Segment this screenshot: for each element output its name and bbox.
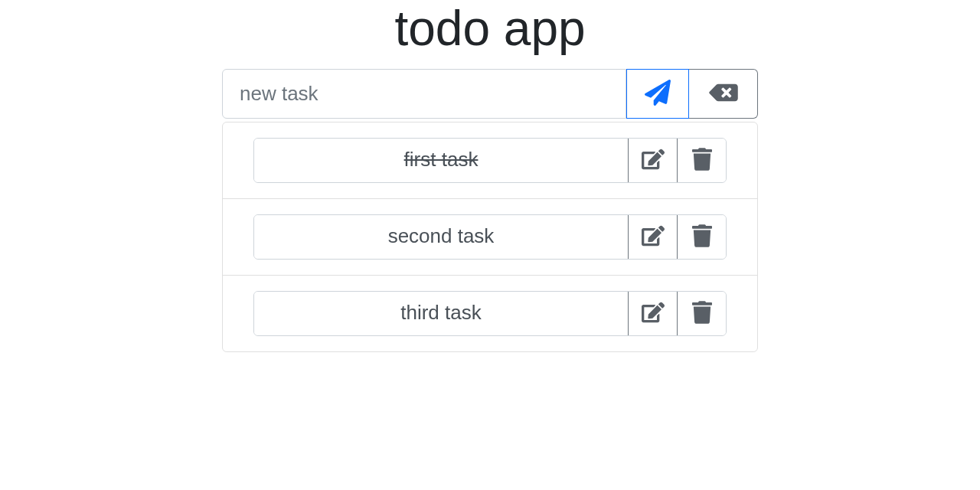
task-list-item: first task (223, 122, 757, 199)
edit-icon (642, 301, 665, 326)
delete-task-button[interactable] (677, 139, 726, 182)
submit-task-button[interactable] (626, 69, 689, 119)
backspace-icon (707, 81, 740, 106)
task-text[interactable]: second task (254, 215, 628, 259)
trash-icon (692, 148, 712, 173)
clear-input-button[interactable] (689, 69, 758, 119)
edit-task-button[interactable] (628, 292, 677, 335)
task-text[interactable]: third task (254, 292, 628, 335)
trash-icon (692, 301, 712, 326)
new-task-row (222, 69, 758, 119)
task-text[interactable]: first task (254, 139, 628, 182)
task-list-item: third task (223, 276, 757, 351)
edit-icon (642, 224, 665, 250)
edit-task-button[interactable] (628, 139, 677, 182)
paper-plane-icon (645, 80, 671, 108)
new-task-input[interactable] (222, 69, 626, 119)
task-list-item: second task (223, 199, 757, 276)
page-title: todo app (222, 0, 758, 57)
delete-task-button[interactable] (677, 215, 726, 259)
edit-icon (642, 148, 665, 173)
edit-task-button[interactable] (628, 215, 677, 259)
task-list: first task second task (222, 122, 758, 352)
trash-icon (692, 224, 712, 250)
delete-task-button[interactable] (677, 292, 726, 335)
